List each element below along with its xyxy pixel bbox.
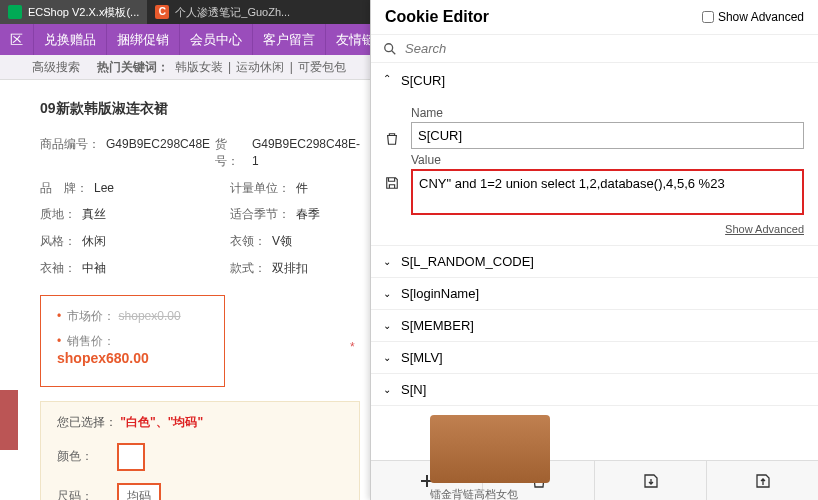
name-label: Name <box>411 106 804 120</box>
price-box: •市场价： shopex0.00 •销售价： shopex680.00 <box>40 295 225 387</box>
market-price-value: shopex0.00 <box>119 309 181 323</box>
product-content: 09新款韩版淑连衣裙 商品编号：G49B9EC298C48E货号：G49B9EC… <box>0 80 360 500</box>
spec-value: 中袖 <box>82 260 106 277</box>
search-icon <box>383 42 397 56</box>
browser-tab-1[interactable]: ECShop V2.X.x模板(... <box>0 0 147 24</box>
spec-label: 衣领： <box>230 233 266 250</box>
cookie-row-expanded: ⌃ S[CUR] Name Value Show Advanced <box>371 63 818 246</box>
specs: 商品编号：G49B9EC298C48E货号：G49B9EC298C48E-1 品… <box>40 136 360 277</box>
asterisk-marker: * <box>350 340 355 354</box>
spec-label: 品 牌： <box>40 180 88 197</box>
product-title: 09新款韩版淑连衣裙 <box>40 100 360 118</box>
spec-label: 质地： <box>40 206 76 223</box>
spec-label: 计量单位： <box>230 180 290 197</box>
spec-value: 春季 <box>296 206 320 223</box>
cookie-name-input[interactable] <box>411 122 804 149</box>
sale-price-value: shopex680.00 <box>57 350 149 366</box>
nav-item[interactable]: 兑换赠品 <box>34 24 107 55</box>
selected-values: "白色"、"均码" <box>120 415 203 429</box>
spec-label: 商品编号： <box>40 136 100 170</box>
cookie-value-input[interactable] <box>411 169 804 215</box>
chevron-down-icon: ⌄ <box>383 352 393 363</box>
size-option[interactable]: 均码 <box>117 483 161 500</box>
spec-value: G49B9EC298C48E-1 <box>252 136 360 170</box>
product-name: 镭金背链高档女包 <box>430 487 590 500</box>
spec-value: 双排扣 <box>272 260 308 277</box>
cookie-row: ⌄S[loginName] <box>371 278 818 310</box>
cookie-header[interactable]: ⌄S[loginName] <box>371 278 818 309</box>
cookie-key: S[MLV] <box>401 350 443 365</box>
nav-item[interactable]: 会员中心 <box>180 24 253 55</box>
cookie-row: ⌄S[L_RANDOM_CODE] <box>371 246 818 278</box>
nav-item[interactable]: 捆绑促销 <box>107 24 180 55</box>
browser-tab-2[interactable]: C 个人渗透笔记_GuoZh... <box>147 0 298 24</box>
show-advanced-link[interactable]: Show Advanced <box>411 223 804 235</box>
spec-value: V领 <box>272 233 292 250</box>
favicon-icon <box>8 5 22 19</box>
tab-label: ECShop V2.X.x模板(... <box>28 5 139 20</box>
search-input[interactable] <box>405 41 806 56</box>
show-advanced-toggle[interactable]: Show Advanced <box>702 10 804 24</box>
advanced-search-link[interactable]: 高级搜索 <box>32 60 80 74</box>
color-label: 颜色： <box>57 448 117 465</box>
nav-item[interactable]: 客户留言 <box>253 24 326 55</box>
spec-label: 风格： <box>40 233 76 250</box>
cookie-header[interactable]: ⌃ S[CUR] <box>371 63 818 98</box>
spec-value: G49B9EC298C48E <box>106 136 210 170</box>
chevron-down-icon: ⌄ <box>383 320 393 331</box>
cookie-header[interactable]: ⌄S[L_RANDOM_CODE] <box>371 246 818 277</box>
spec-value: 休闲 <box>82 233 106 250</box>
favicon-icon: C <box>155 5 169 19</box>
spec-label: 适合季节： <box>230 206 290 223</box>
panel-title: Cookie Editor <box>385 8 489 26</box>
chevron-down-icon: ⌄ <box>383 384 393 395</box>
cookie-row: ⌄S[MLV] <box>371 342 818 374</box>
cookie-list: ⌃ S[CUR] Name Value Show Advanced ⌄S[L_ <box>371 63 818 460</box>
cookie-header[interactable]: ⌄S[N] <box>371 374 818 405</box>
export-button[interactable] <box>707 461 818 500</box>
color-swatch[interactable] <box>117 443 145 471</box>
keyword-link[interactable]: 韩版女装 <box>175 60 223 74</box>
export-icon <box>755 473 771 489</box>
svg-line-1 <box>392 50 396 54</box>
cookie-header[interactable]: ⌄S[MLV] <box>371 342 818 373</box>
keyword-link[interactable]: 可爱包包 <box>298 60 346 74</box>
spec-value: 件 <box>296 180 308 197</box>
value-label: Value <box>411 153 804 167</box>
market-price-label: 市场价： <box>67 309 115 323</box>
related-product-card[interactable]: 镭金背链高档女包 <box>430 415 590 500</box>
import-icon <box>643 473 659 489</box>
spec-value: 真丝 <box>82 206 106 223</box>
chevron-down-icon: ⌄ <box>383 256 393 267</box>
import-button[interactable] <box>595 461 707 500</box>
cookie-row: ⌄S[MEMBER] <box>371 310 818 342</box>
selected-label: 您已选择： <box>57 415 117 429</box>
keyword-link[interactable]: 运动休闲 <box>236 60 284 74</box>
chevron-up-icon: ⌃ <box>383 73 393 84</box>
hot-label: 热门关键词： <box>97 60 169 74</box>
sale-price-label: 销售价： <box>67 334 115 348</box>
cookie-key: S[L_RANDOM_CODE] <box>401 254 534 269</box>
size-label: 尺码： <box>57 488 117 500</box>
cookie-row: ⌄S[N] <box>371 374 818 406</box>
show-advanced-checkbox[interactable] <box>702 11 714 23</box>
options-box: 您已选择： "白色"、"均码" 颜色： 尺码：均码 购买数量： ▲▼ 立刻购买 … <box>40 401 360 500</box>
cookie-header[interactable]: ⌄S[MEMBER] <box>371 310 818 341</box>
spec-label: 货号： <box>215 136 246 170</box>
thumbnail-strip[interactable] <box>0 390 18 450</box>
tab-label: 个人渗透笔记_GuoZh... <box>175 5 290 20</box>
product-image <box>430 415 550 483</box>
save-icon[interactable] <box>385 176 399 190</box>
spec-label: 款式： <box>230 260 266 277</box>
cookie-key: S[MEMBER] <box>401 318 474 333</box>
svg-point-0 <box>385 43 393 51</box>
chevron-down-icon: ⌄ <box>383 288 393 299</box>
cookie-key: S[CUR] <box>401 73 445 88</box>
cookie-key: S[loginName] <box>401 286 479 301</box>
spec-value: Lee <box>94 180 114 197</box>
spec-label: 衣袖： <box>40 260 76 277</box>
trash-icon[interactable] <box>385 132 399 146</box>
nav-item[interactable]: 区 <box>0 24 34 55</box>
cookie-key: S[N] <box>401 382 426 397</box>
